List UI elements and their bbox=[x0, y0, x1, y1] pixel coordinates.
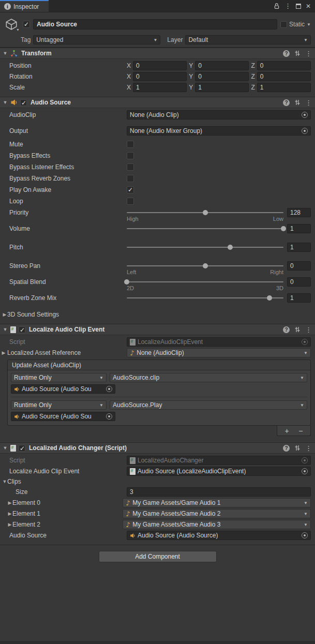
mute-checkbox[interactable] bbox=[127, 141, 134, 148]
presets-icon[interactable] bbox=[294, 445, 301, 451]
add-component-button[interactable]: Add Component bbox=[99, 551, 217, 562]
foldout-icon[interactable]: ▶ bbox=[0, 350, 7, 355]
tag-dropdown[interactable]: Untagged ▼ bbox=[33, 35, 160, 44]
object-picker-icon[interactable] bbox=[302, 468, 308, 474]
add-event-button[interactable]: + bbox=[283, 427, 291, 435]
loop-checkbox[interactable] bbox=[127, 198, 134, 205]
stereo-pan-slider[interactable] bbox=[127, 261, 283, 269]
localize-event-enabled-checkbox[interactable] bbox=[19, 326, 25, 333]
component-menu-icon[interactable]: ⋮ bbox=[305, 99, 312, 106]
bypass-reverb-checkbox[interactable] bbox=[127, 175, 134, 182]
slider-handle[interactable] bbox=[203, 263, 208, 268]
reverb-zone-mix-slider[interactable] bbox=[127, 293, 283, 302]
object-picker-icon[interactable] bbox=[302, 532, 308, 538]
output-object-field[interactable]: None (Audio Mixer Group) bbox=[127, 126, 311, 136]
object-picker-icon[interactable] bbox=[302, 128, 308, 134]
event-target-object-field[interactable]: Audio Source (Audio Sou bbox=[11, 412, 115, 421]
pitch-slider[interactable] bbox=[127, 243, 283, 251]
help-icon[interactable]: ? bbox=[283, 99, 290, 106]
spatial-blend-slider[interactable] bbox=[127, 277, 283, 286]
foldout-icon[interactable]: ▼ bbox=[3, 445, 8, 451]
volume-slider[interactable] bbox=[127, 224, 283, 232]
object-picker-icon[interactable] bbox=[106, 413, 112, 420]
bypass-listener-checkbox[interactable] bbox=[127, 163, 134, 171]
clips-foldout-row[interactable]: ▼ Clips bbox=[0, 477, 311, 486]
event-mode-dropdown[interactable]: Runtime Only ▼ bbox=[11, 400, 107, 410]
presets-icon[interactable] bbox=[294, 326, 301, 333]
event-function-dropdown[interactable]: AudioSource.clip ▼ bbox=[110, 373, 307, 382]
stereo-pan-value-field[interactable]: 0 bbox=[287, 261, 311, 271]
foldout-icon[interactable]: ▼ bbox=[3, 327, 8, 332]
bypass-effects-checkbox[interactable] bbox=[127, 152, 134, 159]
foldout-icon[interactable]: ▼ bbox=[3, 100, 8, 105]
pitch-value-field[interactable]: 1 bbox=[287, 243, 311, 252]
static-checkbox[interactable] bbox=[280, 21, 287, 28]
tab-inspector[interactable]: i Inspector bbox=[0, 0, 49, 12]
audioclip-object-field[interactable]: None (Audio Clip) bbox=[127, 110, 311, 119]
slider-handle[interactable] bbox=[203, 210, 208, 215]
scale-y-field[interactable]: 1 bbox=[195, 83, 249, 92]
scale-z-field[interactable]: 1 bbox=[257, 83, 311, 92]
component-menu-icon[interactable]: ⋮ bbox=[305, 50, 312, 57]
localize-event-header[interactable]: ▼ Localize Audio Clip Event ? ⋮ bbox=[0, 324, 315, 335]
sound-3d-settings-row[interactable]: ▶ 3D Sound Settings bbox=[0, 310, 311, 319]
foldout-icon[interactable]: ▶ bbox=[7, 500, 12, 505]
position-x-field[interactable]: 0 bbox=[133, 61, 187, 70]
position-z-field[interactable]: 0 bbox=[257, 61, 311, 70]
foldout-icon[interactable]: ▼ bbox=[3, 51, 8, 56]
event-target-object-field[interactable]: Audio Source (Audio Sou bbox=[11, 384, 115, 394]
rotation-z-field[interactable]: 0 bbox=[257, 72, 311, 81]
rotation-x-field[interactable]: 0 bbox=[133, 72, 187, 81]
localize-event-object-field[interactable]: Audio Source (LocalizeAudioClipEvent) bbox=[127, 467, 311, 476]
object-picker-icon[interactable] bbox=[106, 386, 112, 392]
element-0-dropdown[interactable]: ♪ My Game Assets/Game Audio 1 ▼ bbox=[123, 498, 311, 507]
reverb-zone-mix-value-field[interactable]: 1 bbox=[287, 293, 311, 303]
gameobject-icon-button[interactable]: ▼ bbox=[3, 16, 20, 33]
foldout-icon[interactable]: ▼ bbox=[2, 479, 7, 484]
transform-header[interactable]: ▼ Transform ? ⋮ bbox=[0, 48, 315, 59]
audio-source-header[interactable]: ▼ Audio Source ? ⋮ bbox=[0, 97, 315, 108]
gameobject-name-field[interactable]: Audio Source bbox=[33, 19, 277, 29]
foldout-icon[interactable]: ▶ bbox=[2, 312, 7, 317]
slider-handle[interactable] bbox=[281, 226, 286, 231]
remove-event-button[interactable]: − bbox=[296, 427, 305, 435]
audio-source-object-field[interactable]: Audio Source (Audio Source) bbox=[127, 531, 311, 540]
help-icon[interactable]: ? bbox=[283, 50, 290, 57]
close-icon[interactable]: ✕ bbox=[306, 3, 311, 9]
maximize-icon[interactable] bbox=[296, 4, 301, 9]
audio-changer-header[interactable]: ▼ Localized Audio Changer (Script) ? ⋮ bbox=[0, 442, 315, 454]
help-icon[interactable]: ? bbox=[283, 445, 290, 452]
element-1-dropdown[interactable]: ♪ My Game Assets/Game Audio 2 ▼ bbox=[123, 509, 311, 518]
element-2-dropdown[interactable]: ♪ My Game Assets/Game Audio 3 ▼ bbox=[123, 520, 311, 529]
priority-value-field[interactable]: 128 bbox=[287, 208, 311, 217]
component-menu-icon[interactable]: ⋮ bbox=[305, 326, 312, 333]
audio-source-enabled-checkbox[interactable] bbox=[20, 99, 27, 106]
static-dropdown-arrow[interactable]: ▼ bbox=[307, 22, 311, 27]
window-menu-icon[interactable]: ⋮ bbox=[284, 3, 291, 9]
lock-icon[interactable] bbox=[274, 3, 280, 9]
localized-asset-reference-dropdown[interactable]: ♪ None (AudioClip) ▼ bbox=[127, 348, 311, 357]
audio-changer-enabled-checkbox[interactable] bbox=[19, 445, 25, 452]
gameobject-active-checkbox[interactable] bbox=[23, 21, 30, 28]
play-on-awake-checkbox[interactable] bbox=[127, 186, 134, 193]
presets-icon[interactable] bbox=[294, 99, 301, 106]
volume-value-field[interactable]: 1 bbox=[287, 224, 311, 233]
priority-slider[interactable] bbox=[127, 208, 283, 216]
slider-handle[interactable] bbox=[267, 295, 272, 301]
help-icon[interactable]: ? bbox=[283, 326, 290, 333]
scale-x-field[interactable]: 1 bbox=[133, 83, 187, 92]
position-y-field[interactable]: 0 bbox=[195, 61, 249, 70]
layer-dropdown[interactable]: Default ▼ bbox=[185, 35, 311, 44]
event-mode-dropdown[interactable]: Runtime Only ▼ bbox=[11, 373, 107, 382]
presets-icon[interactable] bbox=[294, 50, 301, 56]
foldout-icon[interactable]: ▶ bbox=[7, 511, 12, 516]
component-menu-icon[interactable]: ⋮ bbox=[305, 445, 312, 452]
event-function-dropdown[interactable]: AudioSource.Play ▼ bbox=[110, 400, 307, 410]
object-picker-icon[interactable] bbox=[302, 112, 308, 118]
slider-handle[interactable] bbox=[228, 245, 233, 250]
rotation-y-field[interactable]: 0 bbox=[195, 72, 249, 81]
spatial-blend-value-field[interactable]: 0 bbox=[287, 277, 311, 287]
foldout-icon[interactable]: ▶ bbox=[7, 522, 12, 527]
slider-handle[interactable] bbox=[124, 279, 129, 284]
size-field[interactable]: 3 bbox=[127, 487, 311, 497]
